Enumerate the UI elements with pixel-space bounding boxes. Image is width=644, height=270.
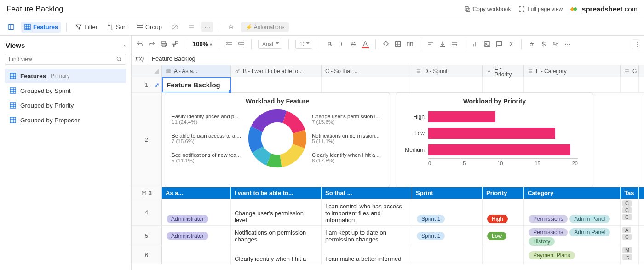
select-all-corner[interactable] [132,65,162,77]
view-item-grouped-sprint[interactable]: Grouped by Sprint [5,83,126,98]
cell[interactable]: Administrator [162,226,231,246]
outdent-button[interactable] [225,40,233,48]
cell[interactable]: Payment Plans [524,246,621,264]
cell[interactable]: I can make a better informed [322,246,412,264]
cell[interactable]: I am kept up to date on permission chang… [322,226,412,246]
table-header-cell[interactable]: Sprint [412,187,483,199]
collapse-sidebar-button[interactable]: ‹ [124,42,126,49]
currency-button[interactable]: $ [540,40,547,48]
font-family-select[interactable]: Arial [258,40,282,49]
cell[interactable]: PermissionsAdmin Panel [524,199,621,225]
bold-button[interactable]: B [326,40,333,48]
col-header-g[interactable]: G [621,65,639,77]
expand-icon[interactable]: ⤢ [155,82,159,88]
cell[interactable]: Sprint 1 [412,199,483,225]
col-header-c[interactable]: C - So that ... [322,65,412,77]
group-button[interactable]: Group [133,22,165,33]
italic-button[interactable]: I [338,40,345,48]
svg-point-65 [236,70,238,73]
cell[interactable]: I can control who has access to importan… [322,199,412,225]
cell-a1[interactable]: ⤢ Feature Backlog [162,77,231,92]
cell[interactable]: MIc [621,246,639,264]
col-header-a[interactable]: A - As a... [162,65,231,77]
svg-rect-24 [10,88,16,93]
halign-button[interactable] [427,40,434,48]
col-header-f[interactable]: F - Category [524,65,621,77]
view-item-grouped-priority[interactable]: Grouped by Priority [5,98,126,113]
format-painter-button[interactable] [172,40,179,48]
workbook-title[interactable]: Feature Backlog [6,5,63,14]
full-page-view-button[interactable]: Full page view [518,6,563,13]
indent-button[interactable] [237,40,245,48]
cell[interactable]: Low [483,226,524,246]
col-header-e[interactable]: E - Priority [483,65,524,77]
borders-button[interactable] [394,40,402,48]
view-item-grouped-proposer[interactable]: Grouped by Proposer [5,113,126,127]
find-view-input[interactable] [9,56,116,63]
valign-button[interactable] [439,40,446,48]
cell[interactable] [162,246,231,264]
features-view-button[interactable]: Features [21,22,61,33]
row-number[interactable]: 5 [132,226,162,246]
insert-chart-button[interactable] [472,40,479,48]
font-size-select[interactable]: 10 [295,40,312,49]
automations-button[interactable]: ⚡ Automations [241,22,289,32]
cell[interactable] [621,77,639,92]
overflow-menu-button[interactable]: ⋮ [632,39,639,49]
cell[interactable] [483,246,524,264]
cell[interactable] [412,246,483,264]
panel-toggle-button[interactable] [5,22,17,33]
sort-button[interactable]: Sort [104,22,130,33]
table-header-cell[interactable]: Priority [483,187,524,199]
col-header-d[interactable]: D - Sprint [412,65,483,77]
svg-line-18 [120,60,121,62]
table-header-cell[interactable]: So that ... [322,187,412,199]
redo-button[interactable] [148,40,155,48]
row-number[interactable]: 6 [132,246,162,264]
table-header-cell[interactable]: Category [524,187,621,199]
cell[interactable]: Clearly identify when I hit a [231,246,322,264]
col-header-b[interactable]: B - I want to be able to... [231,65,322,77]
cell[interactable]: PermissionsAdmin PanelHistory [524,226,621,246]
svg-rect-29 [10,103,16,108]
svg-rect-63 [167,70,170,71]
table-header-cell[interactable]: Tas [621,187,639,199]
more-format-button[interactable]: ⋯ [564,40,571,48]
insert-image-button[interactable] [483,40,491,48]
sigma-button[interactable]: Σ [507,40,515,48]
copy-workbook-button[interactable]: Copy workbook [464,6,511,13]
robot-button[interactable] [224,22,237,33]
charts-cell[interactable]: Workload by Feature Easily identify pric… [162,93,644,187]
view-item-features[interactable]: Features Primary [5,69,126,83]
hash-button[interactable]: # [528,40,535,48]
more-options-button[interactable]: ⋯ [201,22,213,32]
strikethrough-button[interactable]: S [350,40,357,48]
cell[interactable]: Change user's permission level [231,199,322,225]
percent-button[interactable]: % [552,40,559,48]
print-button[interactable] [160,40,167,48]
cell[interactable]: Notifications on permission changes [231,226,322,246]
insert-comment-button[interactable] [495,40,503,48]
cell[interactable]: Administrator [162,199,231,225]
fill-color-button[interactable] [382,40,390,48]
row-number[interactable]: 4 [132,199,162,225]
table-header-cell[interactable]: I want to be able to... [231,187,322,199]
wrap-button[interactable] [451,40,458,48]
filter-button[interactable]: Filter [72,22,100,33]
cell[interactable]: Sprint 1 [412,226,483,246]
cell[interactable]: AC [621,226,639,246]
merge-button[interactable] [406,40,414,48]
undo-button[interactable] [136,40,144,48]
table-header-cell[interactable]: As a... [162,187,231,199]
row-number[interactable]: 2 [132,93,162,187]
text-color-button[interactable]: A [362,40,369,48]
formula-bar[interactable]: Feature Backlog [148,55,644,62]
cell[interactable]: High [483,199,524,225]
row-number[interactable]: 3 [132,187,162,199]
row-height-button[interactable] [185,22,198,33]
zoom-level[interactable]: 100% ▾ [193,40,212,47]
find-view-input-wrap[interactable] [5,54,126,65]
hide-fields-button[interactable] [168,22,181,33]
svg-point-15 [231,27,232,28]
cell[interactable]: CCC [621,199,639,225]
